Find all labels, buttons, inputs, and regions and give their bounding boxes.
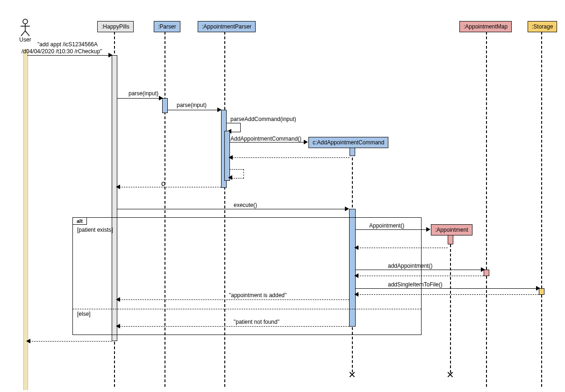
msg-createcmd: AddAppointmentCommand() (230, 135, 301, 142)
arrow-createappt (355, 229, 429, 230)
svg-line-4 (25, 31, 29, 36)
arrow-execute (117, 209, 348, 209)
arrow-addappt (355, 270, 484, 270)
return-createcmd (230, 157, 350, 158)
participant-appointmentmap: :AppointmentMap (459, 21, 512, 32)
arrow-addfile (355, 288, 539, 289)
destroy-addapptcmd: ✕ (348, 369, 356, 380)
return-resultnotfound (117, 326, 349, 327)
alt-divider (73, 309, 421, 309)
arrowhead (228, 175, 232, 180)
participant-parser: :Parser (154, 21, 180, 32)
arrowhead (229, 155, 233, 160)
alt-label: alt (73, 218, 87, 225)
msg-addappt: addAppointment() (388, 263, 432, 269)
activation-appointment (448, 235, 453, 244)
sequence-diagram: User :HappyPills :Parser :AppointmentPar… (5, 5, 565, 392)
arrowhead (354, 273, 358, 278)
lifeline-appointmentmap (486, 32, 487, 387)
participant-storage: :Storage (528, 21, 557, 32)
activation-apptmap (484, 270, 489, 276)
arrow-parse2 (167, 110, 220, 110)
msg-parse1: parse(input) (129, 90, 158, 97)
svg-line-3 (21, 31, 25, 36)
activation-storage (539, 288, 544, 295)
lifeline-appointment (450, 235, 451, 373)
actor-user: User (16, 19, 35, 43)
participant-addappointmentcommand: c:AddAppointmentCommand (308, 137, 388, 148)
msg-user-input-line2: /d04/04/2020 /t10:30 /rCheckup" (21, 48, 102, 55)
arrowhead (426, 227, 430, 232)
arrowhead (354, 292, 358, 297)
arrow-createcmd (229, 142, 307, 143)
return-to-user (27, 341, 112, 342)
msg-execute: execute() (234, 202, 257, 208)
arrowhead (116, 324, 120, 328)
participant-appointmentparser: :AppointmentParser (198, 21, 256, 32)
return-addappt (355, 276, 484, 276)
activation-parser (162, 98, 168, 113)
arrowhead (116, 297, 120, 302)
alt-frame: alt (72, 217, 422, 335)
arrow-user-to-happypills (27, 55, 111, 56)
msg-parseadd: parseAddCommand(input) (230, 116, 296, 122)
arrowhead (345, 207, 349, 211)
arrowhead (26, 339, 30, 343)
arrowhead (304, 140, 308, 144)
destroy-appointment: ✕ (446, 369, 454, 380)
msg-addfile: addSingleItemToFile() (388, 281, 443, 288)
lifeline-storage (541, 32, 542, 387)
msg-createappt: Appointment() (369, 222, 404, 229)
arrowhead (354, 245, 358, 250)
svg-point-0 (23, 19, 28, 24)
msg-parse2: parse(input) (177, 102, 207, 108)
participant-happypills: :HappyPills (97, 21, 134, 32)
msg-user-input-line1: "add appt /icS1234566A (37, 41, 98, 48)
participant-appointment: :Appointment (431, 224, 472, 235)
person-icon (20, 19, 31, 36)
return-createappt (355, 248, 448, 248)
alt-guard2: [else] (77, 311, 91, 317)
alt-guard1: [patient exists] (77, 227, 113, 233)
msg-resultadded: "appointment is added" (229, 292, 286, 299)
return-c (117, 187, 221, 187)
actor-label: User (16, 36, 35, 43)
arrowhead (116, 185, 120, 189)
arrow-parse1 (117, 98, 162, 99)
msg-resultnotfound: "patient not found" (234, 319, 279, 325)
return-resultadded (117, 299, 349, 300)
activation-cmd-create (350, 148, 355, 156)
return-addfile (355, 294, 539, 295)
